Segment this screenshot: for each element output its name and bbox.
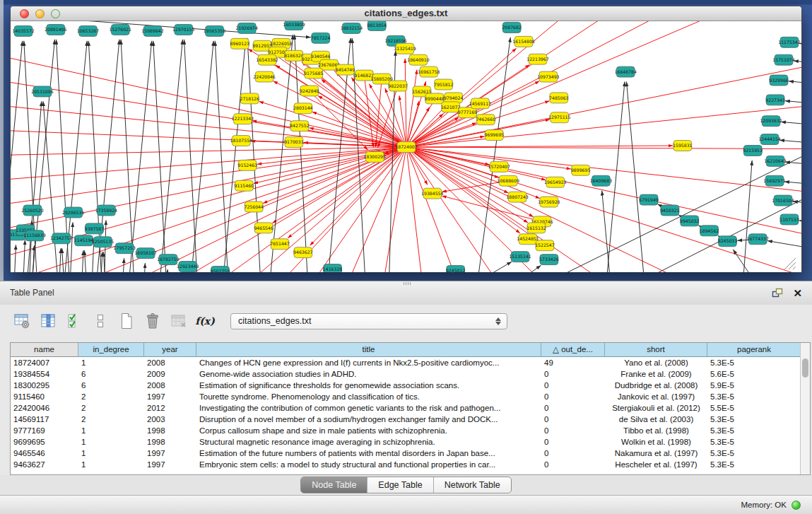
graph-edge[interactable]	[259, 101, 406, 146]
graph-node[interactable]: 16154808	[512, 36, 534, 47]
graph-node[interactable]: 16961758	[418, 66, 440, 77]
table-cell[interactable]: de Silva et al. (2003)	[605, 414, 707, 425]
table-cell[interactable]: 5.3E-5	[707, 436, 801, 448]
graph-edge[interactable]	[779, 140, 801, 148]
graph-edge[interactable]	[116, 41, 151, 272]
graph-node[interactable]: 9465546	[254, 223, 273, 233]
graph-node[interactable]: 12923448	[177, 262, 199, 272]
graph-node[interactable]: 9227343	[765, 95, 785, 105]
table-cell[interactable]: Disruption of a novel member of a sodium…	[196, 414, 541, 425]
graph-node[interactable]: 17359924	[95, 205, 117, 216]
graph-node[interactable]: 8186328	[284, 50, 304, 61]
window-titlebar[interactable]: citations_edges.txt	[11, 6, 801, 21]
graph-node[interactable]: 7651447	[270, 239, 290, 250]
table-cell[interactable]: 22420046	[11, 402, 78, 414]
table-row[interactable]: 1938455462009Genome-wide association stu…	[11, 368, 810, 380]
graph-edge[interactable]	[84, 250, 93, 272]
table-cell[interactable]: 6	[78, 380, 144, 391]
graph-node[interactable]: 8427552	[290, 121, 310, 132]
function-builder-icon[interactable]: f(x)	[196, 312, 214, 330]
table-cell[interactable]: Nakamura et al. (1997)	[605, 448, 707, 459]
graph-node[interactable]: 19654923	[544, 177, 566, 187]
table-cell[interactable]: 0	[541, 414, 605, 425]
graph-node[interactable]: 15276021	[110, 24, 131, 35]
graph-node[interactable]: 9152463	[238, 160, 258, 170]
table-cell[interactable]: 0	[541, 459, 605, 470]
graph-node[interactable]: 15720407	[488, 161, 510, 172]
table-cell[interactable]: Embryonic stem cells: a model to study s…	[196, 459, 541, 470]
graph-edge[interactable]	[767, 241, 801, 259]
graph-node[interactable]: 10688609	[498, 175, 519, 186]
table-cell[interactable]: 5.3E-5	[707, 391, 801, 402]
table-cell[interactable]: 1997	[144, 391, 196, 402]
graph-edge[interactable]	[793, 201, 801, 209]
graph-edge[interactable]	[406, 146, 673, 147]
table-cell[interactable]: Tourette syndrome. Phenomenology and cla…	[196, 391, 541, 402]
table-cell[interactable]: 18300295	[11, 380, 78, 391]
graph-node[interactable]: 12444154	[758, 134, 780, 145]
graph-node[interactable]: 10653287	[77, 25, 99, 36]
graph-edge[interactable]	[215, 41, 235, 272]
graph-node[interactable]: 9699695	[485, 130, 505, 141]
graph-node[interactable]: 17016504	[772, 195, 794, 206]
graph-node[interactable]: 10973493	[537, 71, 559, 82]
graph-edge[interactable]	[77, 250, 83, 272]
graph-node[interactable]: 22420046	[253, 71, 275, 82]
graph-node[interactable]: 25260520	[21, 205, 43, 216]
new-column-icon[interactable]	[117, 312, 136, 330]
graph-edge[interactable]	[11, 100, 406, 147]
minimize-window-button[interactable]	[35, 9, 45, 18]
panel-drag-handle[interactable]	[404, 282, 411, 285]
graph-node[interactable]: 18300295	[364, 151, 386, 162]
select-all-icon[interactable]	[65, 312, 83, 330]
graph-node[interactable]: 9822037	[388, 81, 408, 91]
table-cell[interactable]: 2012	[144, 402, 196, 414]
table-row[interactable]: 977716911998Corpus callosum shape and si…	[11, 425, 810, 436]
graph-edge[interactable]	[30, 147, 406, 272]
table-cell[interactable]: 0	[541, 391, 605, 402]
table-cell[interactable]: 0	[541, 436, 605, 448]
table-cell[interactable]: 6	[78, 368, 144, 380]
show-column-icon[interactable]	[39, 312, 57, 330]
graph-node[interactable]: 9397587	[85, 223, 105, 234]
graph-node[interactable]: 9245012	[446, 266, 466, 272]
graph-node[interactable]: 18107554	[230, 136, 252, 146]
graph-node[interactable]: 20891406	[45, 24, 66, 35]
delete-column-icon[interactable]	[143, 312, 162, 330]
tab-edge-table[interactable]: Edge Table	[367, 477, 433, 493]
table-cell[interactable]: 2	[78, 414, 144, 425]
graph-node[interactable]: 14569117	[469, 98, 491, 109]
graph-edge[interactable]	[184, 40, 205, 272]
graph-node[interactable]: 12970155	[172, 24, 194, 35]
table-cell[interactable]: 0	[541, 368, 605, 380]
graph-node[interactable]: 12505135	[92, 237, 114, 247]
graph-edge[interactable]	[784, 182, 801, 189]
graph-node[interactable]: 1416328	[323, 264, 343, 272]
graph-node[interactable]: 8454749	[336, 64, 355, 75]
table-cell[interactable]: 5.3E-5	[707, 448, 801, 459]
table-cell[interactable]: 18724007	[11, 357, 78, 368]
graph-edge[interactable]	[211, 38, 246, 272]
table-cell[interactable]: 1	[78, 436, 144, 448]
graph-edge[interactable]	[406, 21, 740, 147]
graph-edge[interactable]	[733, 250, 801, 272]
table-cell[interactable]: 14569117	[11, 414, 78, 425]
table-row[interactable]: 911546021997Tourette syndrome. Phenomeno…	[11, 391, 810, 402]
window-resize-grip[interactable]	[784, 258, 796, 269]
graph-node[interactable]: 1595831	[673, 141, 693, 151]
graph-edge[interactable]	[153, 41, 174, 272]
table-cell[interactable]: 0	[541, 448, 605, 459]
graph-node[interactable]: 7857224	[311, 33, 331, 43]
graph-edge[interactable]	[139, 263, 145, 272]
graph-node[interactable]: 18832154	[341, 23, 363, 33]
table-cell[interactable]: 1	[78, 459, 144, 470]
table-row[interactable]: 1830029562008Estimation of significance …	[11, 380, 810, 391]
graph-edge[interactable]	[406, 69, 417, 147]
zoom-window-button[interactable]	[51, 9, 60, 18]
table-cell[interactable]: 2	[78, 391, 144, 402]
graph-node[interactable]: 11175342	[778, 37, 800, 47]
graph-node[interactable]: 6791949	[639, 194, 659, 205]
graph-edge[interactable]	[799, 221, 801, 228]
graph-node[interactable]: 9115460	[235, 180, 254, 191]
graph-node[interactable]: 16774337	[747, 234, 769, 245]
